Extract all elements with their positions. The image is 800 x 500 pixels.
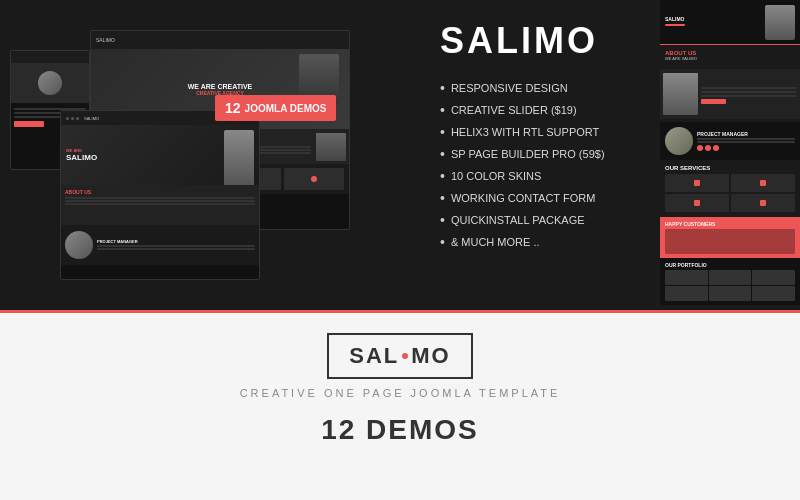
rp-social-icon bbox=[697, 145, 703, 151]
mock-left-btn bbox=[14, 121, 44, 127]
rp-portfolio-item bbox=[665, 286, 708, 301]
logo-text-part2: MO bbox=[411, 343, 450, 369]
badge-label: JOOMLA DEMOS bbox=[245, 103, 327, 114]
rp-line bbox=[701, 87, 797, 89]
mock-service-dot bbox=[311, 176, 317, 182]
right-preview-column: SALIMO ABOUT US WE ARE SALIMO PROJECT MA… bbox=[660, 0, 800, 310]
rp-portfolio-title: OUR PORTFOLIO bbox=[665, 262, 795, 268]
rp-manager-image bbox=[665, 127, 693, 155]
mock-front-team-info: PROJECT MANAGER bbox=[97, 239, 255, 251]
feature-text: 10 COLOR SKINS bbox=[451, 170, 541, 182]
rp-portfolio-item bbox=[752, 286, 795, 301]
rp-manager-line bbox=[697, 141, 795, 143]
mock-main-header: SALIMO bbox=[91, 31, 349, 49]
rp-services-section: OUR SERVICES bbox=[660, 160, 800, 217]
joomla-badge: 12 JOOMLA DEMOS bbox=[215, 95, 336, 121]
mf-nav-label: SALIMO bbox=[84, 116, 99, 121]
mf-dot bbox=[76, 117, 79, 120]
rp-manager-line bbox=[697, 138, 795, 140]
rp-service-icon bbox=[760, 200, 766, 206]
mf-dot bbox=[66, 117, 69, 120]
logo-box: SAL MO bbox=[327, 333, 472, 379]
rp-customers-content bbox=[665, 229, 795, 254]
rp-service-item bbox=[665, 174, 729, 192]
demos-count: 12 DEMOS bbox=[321, 414, 479, 446]
mf-dot bbox=[71, 117, 74, 120]
rp-service-grid bbox=[665, 174, 795, 212]
mock-nav-label: SALIMO bbox=[96, 37, 115, 43]
rp-line bbox=[701, 91, 797, 93]
mock-front-team: PROJECT MANAGER bbox=[61, 225, 259, 265]
feature-text: CREATIVE SLIDER ($19) bbox=[451, 104, 577, 116]
feature-text: QUICKINSTALL PACKAGE bbox=[451, 214, 585, 226]
mock-left-hero bbox=[11, 63, 89, 103]
rp-service-icon bbox=[694, 180, 700, 186]
rp-portfolio-item bbox=[709, 270, 752, 285]
rp-service-icon bbox=[760, 180, 766, 186]
mock-front-team-title: PROJECT MANAGER bbox=[97, 239, 255, 244]
feature-text: RESPONSIVE DESIGN bbox=[451, 82, 568, 94]
rp-customers-section: HAPPY CUSTOMERS bbox=[660, 217, 800, 258]
logo-dot bbox=[402, 353, 408, 359]
rp-portfolio-grid bbox=[665, 270, 795, 301]
rp-customers-title: HAPPY CUSTOMERS bbox=[665, 221, 795, 227]
rp-manager-info: PROJECT MANAGER bbox=[697, 131, 795, 151]
rp-portfolio-item bbox=[752, 270, 795, 285]
rp-top-content: SALIMO bbox=[665, 16, 685, 28]
mock-left-header bbox=[11, 51, 89, 63]
rp-about-content bbox=[660, 69, 800, 119]
rp-about-section: ABOUT US WE ARE SALIMO bbox=[660, 45, 800, 66]
rp-top-section: SALIMO bbox=[660, 0, 800, 45]
rp-portfolio-section: OUR PORTFOLIO bbox=[660, 258, 800, 305]
rp-about-image bbox=[663, 73, 698, 115]
rp-social-icon bbox=[705, 145, 711, 151]
mock-front-salimo: SALIMO bbox=[66, 153, 97, 162]
badge-number: 12 bbox=[225, 100, 241, 116]
rp-service-item bbox=[731, 194, 795, 212]
rp-about-sub: WE ARE SALIMO bbox=[665, 56, 795, 61]
mock-front-about-text bbox=[65, 200, 255, 202]
rp-service-item bbox=[731, 174, 795, 192]
mock-front-team-line bbox=[97, 245, 255, 247]
rp-service-icon bbox=[694, 200, 700, 206]
mock-front-about-text bbox=[65, 203, 255, 205]
rp-service-item bbox=[665, 194, 729, 212]
mock-about-image bbox=[316, 133, 346, 161]
tagline: CREATIVE ONE PAGE JOOMLA TEMPLATE bbox=[240, 387, 561, 399]
rp-manager-section: PROJECT MANAGER bbox=[660, 122, 800, 160]
rp-top-image bbox=[765, 5, 795, 40]
rp-brand-label: SALIMO bbox=[665, 16, 685, 22]
mock-front-hero-text: WE ARE SALIMO bbox=[66, 148, 97, 162]
rp-line bbox=[701, 95, 797, 97]
mock-left-avatar bbox=[38, 71, 62, 95]
bottom-section: SAL MO CREATIVE ONE PAGE JOOMLA TEMPLATE… bbox=[0, 313, 800, 500]
mock-front-team-img bbox=[65, 231, 93, 259]
mock-front-about-title: ABOUT US bbox=[65, 189, 255, 195]
mock-front-hero: WE ARE SALIMO bbox=[61, 125, 259, 185]
feature-text: HELIX3 WITH RTL SUPPORT bbox=[451, 126, 599, 138]
feature-text: SP PAGE BUILDER PRO (59$) bbox=[451, 148, 605, 160]
mock-service-card bbox=[284, 168, 344, 190]
rp-services-title: OUR SERVICES bbox=[665, 165, 795, 171]
rp-social-icons bbox=[697, 145, 795, 151]
mock-front-about: ABOUT US bbox=[61, 185, 259, 225]
feature-text: & MUCH MORE .. bbox=[451, 236, 540, 248]
logo-text-part1: SAL bbox=[349, 343, 399, 369]
mock-main-hero-text: WE ARE CREATIVE CREATIVE AGENCY bbox=[188, 83, 253, 96]
rp-button bbox=[701, 99, 726, 104]
top-section: SALIMO WE ARE CREATIVE CREATIVE AGENCY A… bbox=[0, 0, 800, 310]
mock-front-team-line bbox=[97, 248, 255, 250]
preview-area: SALIMO WE ARE CREATIVE CREATIVE AGENCY A… bbox=[0, 0, 430, 310]
rp-about-lines bbox=[701, 85, 797, 104]
rp-portfolio-item bbox=[665, 270, 708, 285]
mock-front-person bbox=[224, 130, 254, 185]
rp-manager-title: PROJECT MANAGER bbox=[697, 131, 795, 137]
feature-text: WORKING CONTACT FORM bbox=[451, 192, 595, 204]
mock-front-card: SALIMO WE ARE SALIMO ABOUT US PROJECT MA… bbox=[60, 110, 260, 280]
rp-portfolio-item bbox=[709, 286, 752, 301]
rp-accent-line bbox=[665, 24, 685, 26]
mock-front-about-text bbox=[65, 197, 255, 199]
rp-social-icon bbox=[713, 145, 719, 151]
